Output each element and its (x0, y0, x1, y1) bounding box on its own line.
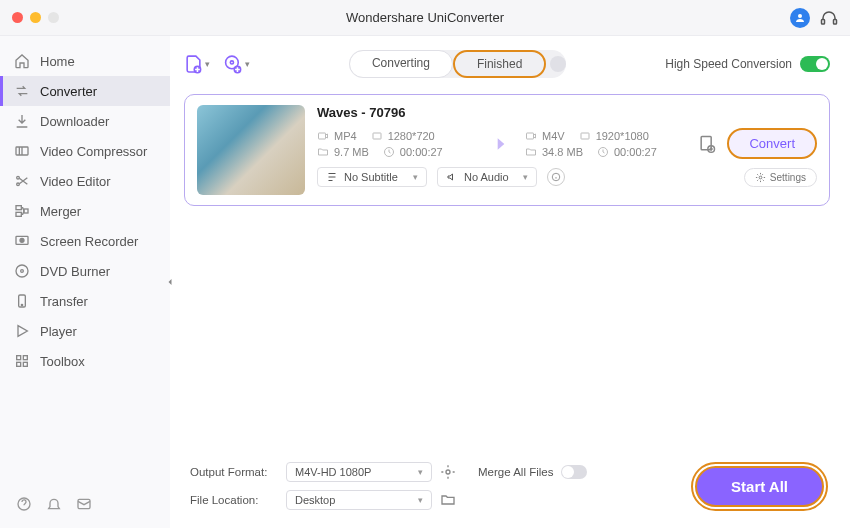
svg-rect-17 (17, 362, 21, 366)
file-location-select[interactable]: Desktop▾ (286, 490, 432, 510)
disc-icon (14, 263, 30, 279)
format-settings-icon[interactable] (440, 464, 456, 480)
app-title: Wondershare UniConverter (346, 10, 504, 25)
feedback-icon[interactable] (76, 496, 92, 512)
svg-rect-24 (373, 133, 381, 139)
svg-rect-23 (319, 133, 326, 139)
svg-point-10 (20, 238, 24, 242)
svg-point-14 (21, 304, 22, 305)
svg-rect-16 (23, 356, 27, 360)
clock-icon (383, 146, 395, 158)
sidebar: Home Converter Downloader Video Compress… (0, 36, 170, 528)
audio-icon (446, 171, 458, 183)
task-card[interactable]: Waves - 70796 MP4 1280*720 9.7 MB 00:00:… (184, 94, 830, 206)
settings-chip[interactable]: Settings (744, 168, 817, 187)
chevron-down-icon: ▾ (418, 495, 423, 505)
clock-icon (597, 146, 609, 158)
record-icon (14, 233, 30, 249)
resolution-icon (371, 130, 383, 142)
download-icon (14, 113, 30, 129)
grid-icon (14, 353, 30, 369)
task-options-row: No Subtitle▾ No Audio▾ Settings (317, 167, 817, 187)
start-all-button[interactable]: Start All (695, 466, 824, 507)
help-icon[interactable] (16, 496, 32, 512)
minimize-window-dot[interactable] (30, 12, 41, 23)
support-headset-icon[interactable] (820, 9, 838, 27)
high-speed-label: High Speed Conversion (665, 57, 792, 71)
sidebar-item-label: Screen Recorder (40, 234, 138, 249)
sidebar-item-merger[interactable]: Merger (0, 196, 170, 226)
sidebar-item-label: Converter (40, 84, 97, 99)
add-disc-button[interactable]: ▾ (224, 51, 250, 77)
sidebar-item-label: DVD Burner (40, 264, 110, 279)
arrow-right-icon (491, 134, 511, 154)
sidebar-item-home[interactable]: Home (0, 46, 170, 76)
sidebar-item-editor[interactable]: Video Editor (0, 166, 170, 196)
transfer-icon (14, 293, 30, 309)
chevron-down-icon: ▾ (413, 172, 418, 182)
sidebar-item-dvd[interactable]: DVD Burner (0, 256, 170, 286)
file-location-row: File Location: Desktop▾ (190, 490, 587, 510)
audio-select[interactable]: No Audio▾ (437, 167, 537, 187)
svg-rect-26 (527, 133, 534, 139)
subtitle-select[interactable]: No Subtitle▾ (317, 167, 427, 187)
high-speed-conversion: High Speed Conversion (665, 56, 830, 72)
high-speed-toggle[interactable] (800, 56, 830, 72)
resolution-icon (579, 130, 591, 142)
close-window-dot[interactable] (12, 12, 23, 23)
sidebar-item-label: Video Compressor (40, 144, 147, 159)
svg-rect-7 (16, 212, 21, 216)
video-icon (317, 130, 329, 142)
output-format-label: Output Format: (190, 466, 278, 478)
converter-icon (14, 83, 30, 99)
sidebar-item-label: Toolbox (40, 354, 85, 369)
merge-toggle[interactable] (561, 465, 587, 479)
svg-rect-29 (702, 136, 712, 149)
sidebar-item-toolbox[interactable]: Toolbox (0, 346, 170, 376)
file-location-label: File Location: (190, 494, 278, 506)
folder-icon (317, 146, 329, 158)
sidebar-item-recorder[interactable]: Screen Recorder (0, 226, 170, 256)
add-file-button[interactable]: ▾ (184, 51, 210, 77)
output-format-row: Output Format: M4V-HD 1080P▾ Merge All F… (190, 462, 587, 482)
output-format-select[interactable]: M4V-HD 1080P▾ (286, 462, 432, 482)
tab-segment: Converting Finished (349, 50, 566, 78)
compress-icon (14, 143, 30, 159)
convert-button[interactable]: Convert (727, 128, 817, 159)
maximize-window-dot[interactable] (48, 12, 59, 23)
tab-converting[interactable]: Converting (349, 50, 453, 78)
collapse-sidebar-icon[interactable] (164, 276, 176, 288)
info-button[interactable] (547, 168, 565, 186)
play-icon (14, 323, 30, 339)
chevron-down-icon: ▾ (205, 59, 210, 69)
window-controls (12, 12, 59, 23)
folder-icon (525, 146, 537, 158)
video-icon (525, 130, 537, 142)
notification-icon[interactable] (46, 496, 62, 512)
info-icon (551, 172, 561, 182)
content-area: ▾ ▾ Converting Finished High Speed Conve… (170, 36, 850, 528)
sidebar-item-compressor[interactable]: Video Compressor (0, 136, 170, 166)
chevron-down-icon: ▾ (245, 59, 250, 69)
gear-icon (755, 172, 766, 183)
video-thumbnail[interactable] (197, 105, 305, 195)
preset-settings-icon[interactable] (697, 134, 717, 154)
svg-point-21 (230, 61, 233, 64)
sidebar-item-converter[interactable]: Converter (0, 76, 170, 106)
sidebar-item-transfer[interactable]: Transfer (0, 286, 170, 316)
sidebar-item-label: Downloader (40, 114, 109, 129)
chevron-down-icon: ▾ (418, 467, 423, 477)
sidebar-item-label: Home (40, 54, 75, 69)
svg-rect-15 (17, 356, 21, 360)
svg-point-32 (759, 176, 762, 179)
titlebar: Wondershare UniConverter (0, 0, 850, 36)
user-avatar[interactable] (790, 8, 810, 28)
merge-icon (14, 203, 30, 219)
svg-rect-6 (16, 206, 21, 210)
sidebar-item-player[interactable]: Player (0, 316, 170, 346)
source-meta: MP4 1280*720 9.7 MB 00:00:27 (317, 130, 477, 158)
sidebar-item-label: Video Editor (40, 174, 111, 189)
sidebar-item-downloader[interactable]: Downloader (0, 106, 170, 136)
tab-finished[interactable]: Finished (453, 50, 546, 78)
open-folder-icon[interactable] (440, 492, 456, 508)
